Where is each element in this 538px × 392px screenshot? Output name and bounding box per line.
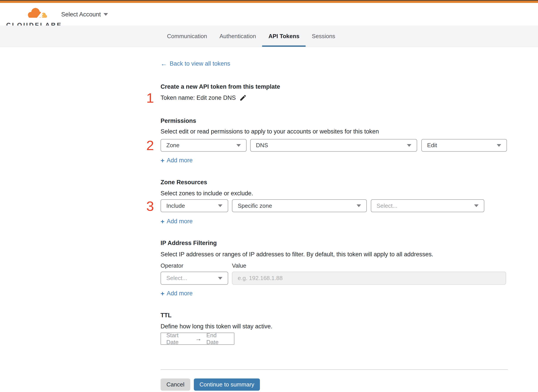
permission-scope-select[interactable]: Zone [161,139,247,152]
plus-icon: + [161,290,164,297]
tabs: Communication Authentication API Tokens … [161,25,342,47]
api-token-template-page: CLOUDFLARE Select Account Communication … [0,0,538,392]
continue-to-summary-button[interactable]: Continue to summary [194,378,260,391]
account-selector-label: Select Account [61,11,101,18]
top-accent-bar [0,1,538,3]
zone-mode-select[interactable]: Include [161,199,228,212]
permissions-title: Permissions [161,117,196,124]
chevron-down-icon [474,205,479,207]
chevron-down-icon [407,144,411,147]
token-name-text: Token name: Edit zone DNS [161,94,236,101]
arrow-right-icon: → [195,335,201,342]
cancel-button[interactable]: Cancel [161,378,190,391]
chevron-down-icon [218,205,222,207]
footer-divider [161,369,508,370]
ip-filtering-description: Select IP addresses or ranges of IP addr… [161,251,433,258]
back-to-tokens-link[interactable]: ← Back to view all tokens [161,60,230,67]
cloudflare-cloud-icon [26,6,49,21]
plus-icon: + [161,157,164,164]
permissions-description: Select edit or read permissions to apply… [161,128,379,135]
tab-communication[interactable]: Communication [161,25,213,47]
zone-type-select[interactable]: Specific zone [232,199,367,212]
permission-access-select[interactable]: Edit [421,139,507,152]
account-selector[interactable]: Select Account [61,10,108,19]
create-token-title: Create a new API token from this templat… [161,83,280,90]
main-content: ← Back to view all tokens Create a new A… [161,47,508,379]
zone-resources-add-more-link[interactable]: + Add more [161,218,193,225]
ip-value-input[interactable] [232,272,506,285]
value-label: Value [232,262,246,269]
ttl-title: TTL [161,312,171,319]
end-date-placeholder: End Date [206,332,229,346]
permission-service-select[interactable]: DNS [250,139,417,152]
app-header: CLOUDFLARE Select Account [0,3,538,25]
start-date-placeholder: Start Date [166,332,191,346]
tab-sessions[interactable]: Sessions [306,25,342,47]
ttl-date-range-picker[interactable]: Start Date → End Date [161,333,234,345]
step-number-3: 3 [142,199,158,213]
chevron-down-icon [357,205,361,207]
tab-api-tokens[interactable]: API Tokens [262,25,306,47]
chevron-down-icon [103,13,108,16]
operator-label: Operator [161,262,183,269]
zone-resources-title: Zone Resources [161,179,207,186]
step-number-1: 1 [142,91,158,105]
ip-filtering-add-more-link[interactable]: + Add more [161,290,193,297]
chevron-down-icon [497,144,501,147]
chevron-down-icon [236,144,241,147]
permissions-add-more-link[interactable]: + Add more [161,157,193,164]
plus-icon: + [161,218,164,225]
token-name-row: Token name: Edit zone DNS [161,94,247,102]
profile-tabbar: Communication Authentication API Tokens … [0,25,538,47]
step-number-2: 2 [142,139,158,152]
ttl-description: Define how long this token will stay act… [161,323,272,330]
arrow-left-icon: ← [161,61,167,67]
zone-resources-description: Select zones to include or exclude. [161,190,253,197]
edit-pencil-icon[interactable] [239,94,247,102]
tab-authentication[interactable]: Authentication [213,25,262,47]
cloudflare-logo[interactable]: CLOUDFLARE [6,4,51,25]
zone-value-select[interactable]: Select... [371,199,484,212]
ip-operator-select[interactable]: Select... [161,272,228,285]
chevron-down-icon [218,277,222,280]
back-link-label: Back to view all tokens [170,60,230,67]
ip-filtering-title: IP Address Filtering [161,240,217,247]
